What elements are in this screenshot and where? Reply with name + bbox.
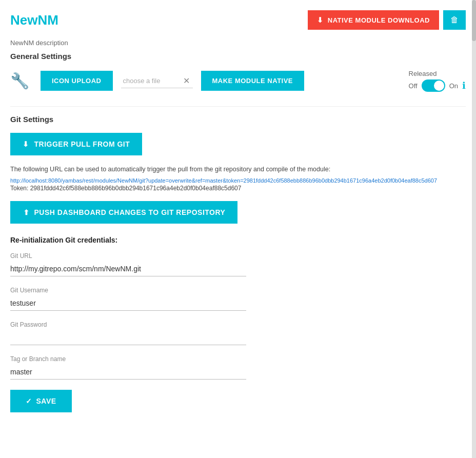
git-url-label: Git URL	[10, 252, 246, 260]
delete-button[interactable]: 🗑	[443, 10, 466, 30]
scrollbar-track[interactable]	[472, 0, 476, 458]
icon-upload-button[interactable]: ICON UPLOAD	[41, 71, 113, 91]
trigger-pull-button[interactable]: ⬇ TRIGGER PULL FROM GIT	[10, 133, 142, 155]
git-password-group: Git Password	[10, 321, 246, 345]
toggle-row: Off On ℹ	[409, 79, 466, 92]
trigger-pull-label: TRIGGER PULL FROM GIT	[34, 140, 130, 148]
delete-icon: 🗑	[450, 15, 459, 25]
toggle-slider	[422, 79, 445, 92]
download-button[interactable]: ⬇ NATIVE MODULE DOWNLOAD	[308, 10, 439, 30]
header-actions: ⬇ NATIVE MODULE DOWNLOAD 🗑	[308, 10, 466, 30]
tag-branch-group: Tag or Branch name	[10, 355, 246, 380]
page-container: NewNM ⬇ NATIVE MODULE DOWNLOAD 🗑 NewNM d…	[0, 0, 476, 458]
file-input-wrapper: choose a file ✕	[121, 74, 193, 88]
info-icon[interactable]: ℹ	[462, 80, 466, 91]
tag-branch-input[interactable]	[10, 365, 246, 380]
git-settings-section: Git Settings ⬇ TRIGGER PULL FROM GIT The…	[10, 115, 466, 412]
git-username-label: Git Username	[10, 287, 246, 294]
tools-icon: 🔧	[10, 72, 29, 90]
toggle-on-label: On	[449, 82, 458, 90]
released-section: Released Off On ℹ	[409, 70, 466, 92]
git-url-input[interactable]	[10, 262, 246, 276]
download-button-label: NATIVE MODULE DOWNLOAD	[328, 16, 430, 24]
push-dashboard-button[interactable]: ⬇ PUSH DASHBOARD CHANGES TO GIT REPOSITO…	[10, 201, 237, 224]
git-password-label: Git Password	[10, 321, 246, 328]
save-button[interactable]: ✓ SAVE	[10, 390, 72, 412]
general-settings-section: General Settings 🔧 ICON UPLOAD choose a …	[10, 52, 466, 92]
push-dashboard-arrow-icon: ⬇	[23, 208, 29, 216]
scrollbar-thumb[interactable]	[472, 0, 476, 41]
push-dashboard-label: PUSH DASHBOARD CHANGES TO GIT REPOSITORY	[34, 208, 226, 216]
app-title: NewNM	[10, 12, 58, 28]
git-url-group: Git URL	[10, 252, 246, 276]
released-toggle[interactable]	[422, 79, 445, 92]
module-description: NewNM description	[10, 39, 466, 47]
tag-branch-label: Tag or Branch name	[10, 355, 246, 363]
divider-1	[10, 106, 466, 107]
file-input-placeholder: choose a file	[123, 77, 178, 85]
save-checkmark-icon: ✓	[26, 397, 32, 405]
toggle-off-label: Off	[409, 82, 418, 90]
git-password-input[interactable]	[10, 330, 246, 345]
released-label: Released	[409, 70, 437, 77]
make-module-native-button[interactable]: MAKE MODULE NATIVE	[201, 71, 305, 91]
header: NewNM ⬇ NATIVE MODULE DOWNLOAD 🗑	[10, 10, 466, 30]
git-url-link[interactable]: http://localhost:8080/yambas/rest/module…	[10, 177, 466, 184]
git-url-info: The following URL can be used to automat…	[10, 165, 466, 174]
save-label: SAVE	[36, 397, 56, 405]
trigger-pull-arrow-icon: ⬇	[23, 140, 29, 148]
git-username-input[interactable]	[10, 296, 246, 311]
download-arrow-icon: ⬇	[317, 16, 324, 24]
general-settings-title: General Settings	[10, 52, 466, 61]
general-settings-row: 🔧 ICON UPLOAD choose a file ✕ MAKE MODUL…	[10, 70, 466, 92]
file-clear-button[interactable]: ✕	[182, 76, 191, 86]
git-settings-title: Git Settings	[10, 115, 466, 124]
git-token: Token: 2981fddd42c6f588ebb886b96b0dbb294…	[10, 185, 466, 192]
git-username-group: Git Username	[10, 287, 246, 311]
reinit-label: Re-initialization Git credentials:	[10, 236, 466, 244]
